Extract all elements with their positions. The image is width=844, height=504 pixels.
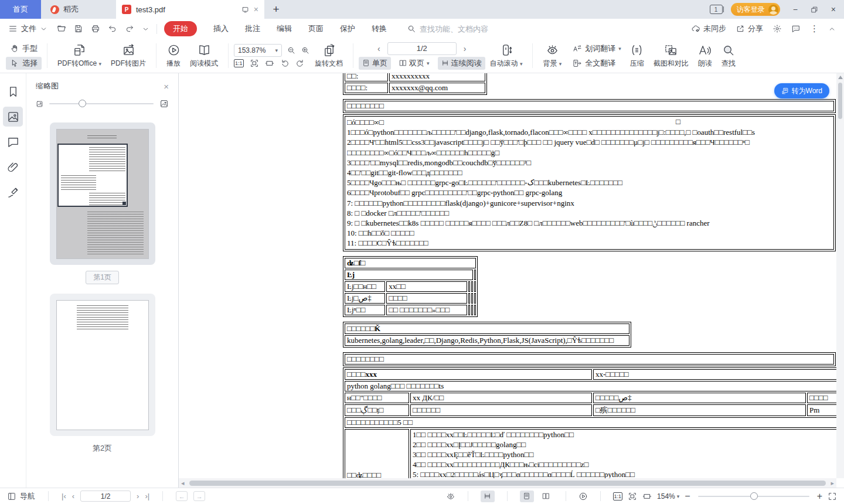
double-page-status-toggle[interactable] (539, 491, 553, 502)
collapse-ribbon-icon[interactable] (828, 25, 836, 33)
single-page-toggle[interactable]: 单页 (359, 57, 391, 70)
bookmark-panel-button[interactable] (3, 81, 23, 101)
scroll-right-arrow[interactable]: ▸ (828, 479, 836, 487)
page-indicator-input[interactable] (387, 42, 457, 55)
minimize-button[interactable]: − (793, 5, 798, 14)
viewport-indicator[interactable] (57, 144, 128, 207)
zoom-slider[interactable] (698, 496, 809, 497)
save-icon[interactable] (74, 24, 83, 33)
thumbnail-page-1[interactable] (50, 122, 155, 265)
zoom-slider-handle[interactable] (750, 492, 758, 500)
vertical-scrollbar[interactable] (836, 73, 844, 478)
word-translate-button[interactable]: 划词翻译▾ (569, 42, 625, 55)
play-status-icon[interactable] (578, 492, 588, 501)
actual-size-status-button[interactable]: 1:1 (613, 492, 623, 500)
ribbon-tab-page[interactable]: 页面 (308, 23, 324, 34)
prev-page-button-status[interactable]: ‹ (72, 492, 74, 500)
thumbnail-page-2[interactable] (50, 294, 155, 436)
next-page-button-status[interactable]: › (137, 492, 139, 500)
history-forward-button[interactable]: → (193, 491, 205, 501)
full-translate-button[interactable]: 全文翻译 (569, 57, 625, 70)
pdf-to-image-button[interactable]: PDF转图片 (106, 42, 151, 70)
tab-home[interactable]: 首页 (0, 0, 41, 19)
zoom-out-icon[interactable] (287, 46, 296, 55)
zoom-in-icon[interactable] (301, 46, 310, 55)
print-icon[interactable] (91, 24, 100, 33)
slider-track[interactable] (49, 103, 154, 104)
cast-screen-icon[interactable] (241, 6, 249, 13)
close-tab-icon[interactable]: × (254, 5, 258, 14)
zoom-percent-select[interactable]: 154%▾ (657, 492, 679, 500)
zoom-in-status-button[interactable]: + (817, 491, 822, 502)
history-back-button[interactable]: ← (176, 491, 188, 501)
hand-tool-button[interactable]: 手型 (6, 42, 42, 55)
read-aloud-button[interactable]: 朗读 (693, 42, 717, 70)
new-tab-button[interactable]: + (264, 0, 288, 19)
comments-panel-button[interactable] (3, 132, 23, 152)
ribbon-tab-protect[interactable]: 保护 (340, 23, 355, 34)
search-box[interactable] (407, 24, 508, 33)
continuous-reading-toggle[interactable]: 连续阅读 (438, 57, 485, 70)
double-page-toggle[interactable]: 双页▾ (396, 57, 433, 70)
close-window-button[interactable]: × (831, 5, 836, 14)
close-panel-icon[interactable]: × (164, 81, 169, 91)
ribbon-tab-convert[interactable]: 转换 (372, 23, 387, 34)
fit-page-icon[interactable] (250, 59, 259, 68)
thumbnail-panel-button[interactable] (3, 107, 23, 127)
file-menu[interactable]: 文件 (8, 23, 47, 34)
rotate-left-icon[interactable] (280, 59, 290, 68)
more-menu-icon[interactable]: ⋮ (810, 23, 819, 34)
undo-icon[interactable] (108, 24, 117, 33)
quickbar-chevron-icon[interactable] (142, 25, 149, 33)
status-page-input[interactable] (80, 491, 131, 502)
screenshot-compare-button[interactable]: 截图和对比 (649, 42, 693, 70)
convert-to-word-button[interactable]: 转为Word (774, 83, 829, 98)
attachments-panel-button[interactable] (3, 157, 23, 177)
navigation-toggle[interactable]: 导航 (7, 491, 35, 502)
horizontal-scroll-thumb[interactable] (189, 481, 826, 486)
auto-scroll-button[interactable]: 自动滚动 ▾ (485, 42, 528, 70)
zoom-out-status-button[interactable]: − (685, 491, 690, 502)
pdf-to-office-button[interactable]: PDF转Office ▾ (53, 42, 106, 70)
actual-size-button[interactable]: 1:1 (234, 59, 244, 67)
vertical-scroll-thumb[interactable] (838, 83, 842, 119)
tab-document[interactable]: P test3.pdf × (116, 0, 264, 19)
sync-status[interactable]: 未同步 (691, 23, 726, 34)
fit-width-status-icon[interactable] (642, 492, 652, 501)
prev-page-button[interactable]: ‹ (375, 44, 383, 53)
next-page-button[interactable]: › (461, 44, 469, 53)
continuous-reading-status-toggle[interactable] (481, 491, 495, 502)
background-eye-icon[interactable] (446, 492, 455, 501)
fullscreen-icon[interactable] (828, 492, 837, 501)
document-viewport[interactable]: □□:xxxxxxxxxx □□□□:xxxxxxx@qq.com □□□□□□… (179, 73, 844, 488)
feedback-comment-icon[interactable] (791, 24, 801, 33)
settings-gear-icon[interactable] (772, 24, 782, 33)
fit-width-icon[interactable] (265, 59, 274, 68)
signature-panel-button[interactable] (3, 182, 23, 202)
ribbon-tab-start[interactable]: 开始 (164, 21, 197, 36)
window-count-badge[interactable]: 1 (710, 5, 723, 14)
background-button[interactable]: 背景 ▾ (538, 42, 566, 70)
compress-button[interactable]: 压缩 (625, 42, 649, 70)
tab-docer[interactable]: 稻壳 (41, 0, 116, 19)
single-page-status-toggle[interactable] (520, 491, 534, 502)
guest-login-button[interactable]: 访客登录 (731, 3, 780, 16)
open-file-icon[interactable] (57, 24, 66, 33)
first-page-button[interactable]: |‹ (62, 492, 66, 500)
rotate-right-icon[interactable] (295, 59, 305, 68)
zoom-value-select[interactable]: 153.87%▾ (234, 44, 282, 57)
fit-page-status-icon[interactable] (628, 492, 637, 501)
scroll-up-arrow[interactable] (838, 76, 843, 79)
ribbon-tab-edit[interactable]: 编辑 (277, 23, 292, 34)
find-button[interactable]: 查找 (717, 42, 740, 70)
ribbon-tab-comment[interactable]: 批注 (245, 23, 260, 34)
redo-icon[interactable] (125, 24, 134, 33)
restore-button[interactable] (811, 6, 818, 13)
slider-handle[interactable] (79, 100, 86, 107)
rotate-document-button[interactable]: 旋转文档 (310, 42, 348, 70)
last-page-button[interactable]: ›| (145, 492, 149, 500)
reading-mode-button[interactable]: 阅读模式 (185, 42, 223, 70)
play-button[interactable]: 播放 (162, 42, 185, 70)
scroll-left-arrow[interactable]: ◂ (179, 479, 187, 487)
share-button[interactable]: 分享 (736, 23, 763, 34)
